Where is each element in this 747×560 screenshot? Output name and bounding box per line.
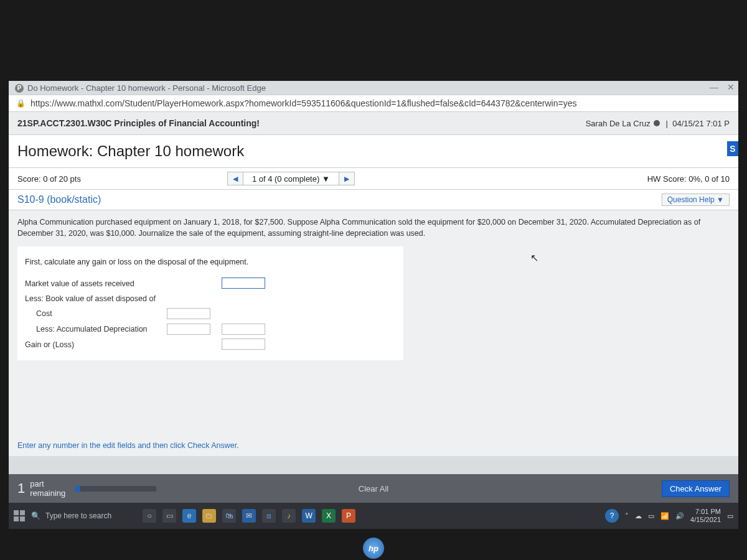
question-progress-dropdown[interactable]: 1 of 4 (0 complete) ▼ bbox=[243, 172, 339, 185]
check-answer-button[interactable]: Check Answer bbox=[662, 480, 730, 497]
clear-all-button[interactable]: Clear All bbox=[359, 484, 388, 493]
powerpoint-icon[interactable]: P bbox=[342, 509, 355, 523]
parts-label-2: remaining bbox=[30, 488, 65, 498]
cortana-icon[interactable]: ○ bbox=[143, 509, 156, 523]
clock-date: 4/15/2021 bbox=[690, 516, 721, 524]
course-header: 21SP.ACCT.2301.W30C Principles of Financ… bbox=[9, 112, 738, 135]
row-gain-label: Gain or (Loss) bbox=[25, 338, 167, 350]
row-accdep-label: Less: Accumulated Depreciation bbox=[25, 324, 167, 335]
taskbar-clock[interactable]: 7:01 PM 4/15/2021 bbox=[690, 508, 721, 523]
question-nav: ◀ 1 of 4 (0 complete) ▼ ▶ bbox=[227, 172, 355, 185]
course-name: 21SP.ACCT.2301.W30C Principles of Financ… bbox=[17, 118, 260, 128]
parts-count: 1 bbox=[17, 480, 25, 497]
lock-icon: 🔒 bbox=[16, 99, 26, 108]
row-cost-label: Cost bbox=[25, 308, 167, 320]
pearson-icon: P bbox=[15, 84, 24, 93]
question-id: S10-9 (book/static) bbox=[17, 194, 101, 205]
tray-chevron-icon[interactable]: ˄ bbox=[625, 512, 629, 520]
windows-taskbar: 🔍 Type here to search ○ ▭ e 🗀 🛍 ✉ ⧈ ♪ W … bbox=[9, 503, 738, 529]
app-window: P Do Homework - Chapter 10 homework - Pe… bbox=[9, 81, 738, 529]
score-row: Score: 0 of 20 pts ◀ 1 of 4 (0 complete)… bbox=[9, 168, 738, 190]
row-mv-label: Market value of assets received bbox=[25, 278, 167, 289]
parts-label-1: part bbox=[30, 479, 44, 488]
question-header: S10-9 (book/static) Question Help ▼ bbox=[9, 190, 738, 210]
help-tray-icon[interactable]: ? bbox=[605, 509, 619, 523]
search-placeholder: Type here to search bbox=[45, 511, 111, 520]
step-instruction: First, calculate any gain or loss on the… bbox=[25, 256, 396, 268]
window-titlebar: P Do Homework - Chapter 10 homework - Pe… bbox=[9, 81, 738, 95]
url-text: https://www.mathxl.com/Student/PlayerHom… bbox=[31, 98, 576, 108]
save-chip[interactable]: S bbox=[727, 141, 738, 156]
start-button[interactable] bbox=[14, 510, 25, 521]
music-icon[interactable]: ♪ bbox=[282, 509, 296, 523]
homework-title: Homework: Chapter 10 homework bbox=[17, 142, 244, 159]
user-name[interactable]: Sarah De La Cruz bbox=[586, 119, 651, 128]
taskview-icon[interactable]: ▭ bbox=[162, 509, 176, 523]
wifi-tray-icon[interactable]: 📶 bbox=[660, 512, 669, 520]
next-question-button[interactable]: ▶ bbox=[339, 172, 355, 185]
excel-icon[interactable]: X bbox=[322, 509, 336, 523]
volume-tray-icon[interactable]: 🔊 bbox=[675, 512, 684, 520]
store-icon[interactable]: 🛍 bbox=[222, 509, 236, 523]
address-bar[interactable]: 🔒 https://www.mathxl.com/Student/PlayerH… bbox=[9, 95, 738, 112]
prev-question-button[interactable]: ◀ bbox=[227, 172, 243, 185]
onedrive-tray-icon[interactable]: ☁ bbox=[635, 512, 642, 520]
accdep-input[interactable] bbox=[167, 324, 210, 335]
mail-icon[interactable]: ✉ bbox=[242, 509, 256, 523]
footer-bar: 1 part remaining Clear All Check Answer bbox=[9, 474, 738, 503]
battery-tray-icon[interactable]: ▭ bbox=[648, 512, 654, 520]
session-time: 04/15/21 7:01 P bbox=[672, 119, 730, 128]
system-tray: ? ˄ ☁ ▭ 📶 🔊 7:01 PM 4/15/2021 ▭ bbox=[605, 508, 733, 523]
gain-input[interactable] bbox=[222, 338, 265, 350]
dropbox-icon[interactable]: ⧈ bbox=[262, 509, 276, 523]
bv-total-input[interactable] bbox=[222, 324, 265, 335]
parts-remaining: 1 part remaining bbox=[17, 479, 156, 498]
answer-hint: Enter any number in the edit fields and … bbox=[17, 435, 730, 456]
window-title: Do Homework - Chapter 10 homework - Pers… bbox=[27, 83, 266, 93]
row-bv-label: Less: Book value of asset disposed of bbox=[25, 293, 167, 304]
notifications-icon[interactable]: ▭ bbox=[727, 512, 733, 520]
taskbar-search[interactable]: 🔍 Type here to search bbox=[31, 511, 111, 520]
question-help-button[interactable]: Question Help ▼ bbox=[662, 194, 730, 206]
question-prompt: Alpha Communication purchased equipment … bbox=[17, 217, 730, 239]
mv-input[interactable] bbox=[222, 278, 265, 289]
score-label: Score: 0 of 20 pts bbox=[17, 174, 81, 184]
cost-input[interactable] bbox=[167, 308, 210, 319]
search-icon: 🔍 bbox=[31, 511, 40, 520]
clock-time: 7:01 PM bbox=[690, 508, 721, 516]
hp-logo: hp bbox=[363, 538, 384, 559]
progress-text: 1 of 4 (0 complete) ▼ bbox=[252, 174, 330, 184]
homework-title-row: Homework: Chapter 10 homework S bbox=[9, 135, 738, 168]
explorer-icon[interactable]: 🗀 bbox=[202, 509, 216, 523]
progress-bar bbox=[75, 486, 156, 492]
edge-icon[interactable]: e bbox=[182, 509, 196, 523]
minimize-icon[interactable]: — bbox=[710, 82, 718, 92]
hw-score: HW Score: 0%, 0 of 10 bbox=[647, 174, 730, 184]
close-icon[interactable]: ✕ bbox=[727, 82, 735, 92]
work-area: First, calculate any gain or loss on the… bbox=[17, 246, 403, 360]
calc-table: Market value of assets received Less: Bo… bbox=[25, 274, 276, 354]
user-icon bbox=[654, 120, 660, 126]
question-body: Alpha Communication purchased equipment … bbox=[9, 210, 738, 456]
word-icon[interactable]: W bbox=[302, 509, 316, 523]
